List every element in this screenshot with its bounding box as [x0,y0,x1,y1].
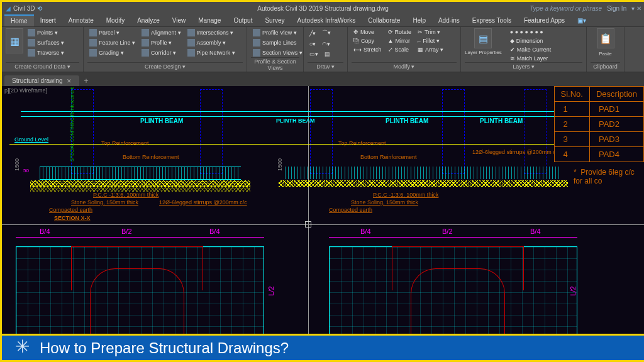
featureline-tool[interactable]: Feature Line ▾ [87,38,137,47]
corridor-tool[interactable]: Corridor ▾ [140,48,183,57]
table-row: 3PAD3 [554,132,643,147]
window-titlebar: ◢ Civil 3D ⟲ Autodesk Civil 3D 2019 Stru… [2,2,644,14]
profileview-tool[interactable]: Profile View ▾ [251,28,304,37]
new-tab-button[interactable]: ＋ [80,75,92,86]
tab-analyze[interactable]: Analyze [131,15,166,26]
app-name: Civil 3D [13,5,35,12]
ground-level-label: Ground Level [14,136,48,143]
compacted-label: Compacted earth [49,207,92,213]
tab-output[interactable]: Output [227,15,258,26]
tab-home[interactable]: Home [4,14,34,26]
tab-addins[interactable]: Add-ins [432,15,466,26]
panel-modify-title[interactable]: Modify ▾ [352,62,457,70]
scale-tool[interactable]: ⤢ Scale [386,46,414,53]
pad-table: Si.No.Description 1PAD1 2PAD2 3PAD3 4PAD… [554,86,644,162]
qat-share-icon[interactable]: ⟲ [37,5,42,12]
line-tool[interactable]: ╱▾ [308,28,318,38]
help-icon[interactable]: ▾ ✕ [631,5,641,12]
section-label: SECTION X-X [54,215,91,221]
viewport-label[interactable]: p][2D Wireframe] [4,87,47,94]
dim-line [16,237,264,238]
tab-survey[interactable]: Survey [258,15,291,26]
samplelines-tool[interactable]: Sample Lines [251,38,304,47]
array-tool[interactable]: ▦ Array ▾ [416,46,445,53]
hatch-tool[interactable]: ▤ [323,50,332,58]
tab-modify[interactable]: Modify [100,15,131,26]
stone-label: Stone Soling, 150mm thick [71,199,138,206]
footing-hatch [285,167,562,179]
tab-insert[interactable]: Insert [34,15,62,26]
trim-tool[interactable]: ✂ Trim ▾ [416,28,445,36]
dim-line [329,237,577,238]
dimension-layer[interactable]: ◆ Dimension [508,37,553,45]
pipenetwork-tool[interactable]: Pipe Network ▾ [186,48,237,57]
tab-featured[interactable]: Featured Apps [518,15,571,26]
close-tab-icon[interactable]: ✕ [67,78,72,84]
doc-tab-structural[interactable]: Structural drawing ✕ [4,75,79,86]
sectionviews-tool[interactable]: Section Views ▾ [251,48,304,57]
layer-swatch-row[interactable]: ● ● ● ● ● ● ● [508,28,553,36]
column-grid [310,89,333,174]
panel-draw-title[interactable]: Draw ▾ [308,62,343,70]
makecurrent-tool[interactable]: ✔ Make Current [508,46,553,53]
points-tool[interactable]: Points ▾ [26,28,66,37]
copy-tool[interactable]: ⿻ Copy [352,37,384,45]
tab-overflow-icon[interactable]: ▣▾ [571,15,592,26]
compacted-label: Compacted earth [329,207,372,213]
dim-b4: B/4 [40,228,50,235]
alignment-tool[interactable]: Alignment ▾ [140,28,183,37]
dim-b4: B/4 [209,228,220,235]
panel-clip-title: Clipboard [591,62,620,70]
search-hint[interactable]: Type a keyword or phrase [530,5,602,12]
surfaces-tool[interactable]: Surfaces ▾ [26,38,66,47]
tab-collaborate[interactable]: Collaborate [362,15,406,26]
intersections-tool[interactable]: Intersections ▾ [186,28,237,37]
paste-button[interactable]: 📋 [597,28,614,48]
plinth-label: PLINTH BEAM [386,118,428,124]
circle-tool[interactable]: ○▾ [308,40,318,48]
tab-manage[interactable]: Manage [192,15,227,26]
layerprops-button[interactable]: ▤ [474,28,492,48]
tab-express[interactable]: Express Tools [466,15,518,26]
window-title: Autodesk Civil 3D 2019 Structural drawin… [257,5,388,12]
table-row: 1PAD1 [554,102,643,117]
paste-label: Paste [599,51,611,57]
assembly-tool[interactable]: Assembly ▾ [186,38,237,47]
top-reinf-label: Top Reinforcement [101,140,149,146]
arch-outline [90,268,184,337]
dim-l2: L/2 [267,286,275,295]
move-tool[interactable]: ✥ Move [352,28,384,36]
stretch-tool[interactable]: ⟷ Stretch [352,46,384,53]
grading-tool[interactable]: Grading ▾ [87,48,137,57]
top-reinf-label: Top Reinforcement [338,140,386,146]
toolspace-button[interactable]: ▦ [6,28,23,53]
col-sino: Si.No. [554,87,589,102]
ground-line [9,144,299,145]
bot-reinf-label: Bottom Reinforcement [360,154,417,160]
panel-ground-title[interactable]: Create Ground Data ▾ [6,62,79,70]
fillet-tool[interactable]: ⌐ Fillet ▾ [416,37,445,45]
green-annotation: SPECIAL CONFINING Reinforcement [70,87,74,162]
traverse-tool[interactable]: Traverse ▾ [26,48,66,57]
drawing-canvas[interactable]: p][2D Wireframe] PLINTH BEAM Ground Leve… [2,86,644,340]
tab-infraworks[interactable]: Autodesk InfraWorks [291,15,362,26]
dim-b2: B/2 [121,228,132,235]
polyline-tool[interactable]: ⌒▾ [320,28,333,38]
tab-view[interactable]: View [166,15,192,26]
rotate-tool[interactable]: ⟳ Rotate [386,28,414,36]
cad-line [21,111,297,112]
panel-design-title[interactable]: Create Design ▾ [87,62,243,70]
plinth-label: PLINTH BEAM [140,118,183,124]
mirror-tool[interactable]: ▲ Mirror [386,37,414,45]
panel-layers-title[interactable]: Layers ▾ [465,62,582,70]
arc-tool[interactable]: ◠▾ [320,40,332,48]
ribbon-tabs: Home Insert Annotate Modify Analyze View… [2,14,644,27]
rect-tool[interactable]: ▭▾ [308,50,320,58]
profile-tool[interactable]: Profile ▾ [140,38,183,47]
table-row: 2PAD2 [554,117,643,132]
tab-annotate[interactable]: Annotate [62,15,100,26]
signin-link[interactable]: Sign In [607,5,626,12]
matchlayer-tool[interactable]: ≋ Match Layer [508,55,553,62]
parcel-tool[interactable]: Parcel ▾ [87,28,137,37]
tab-help[interactable]: Help [406,15,432,26]
